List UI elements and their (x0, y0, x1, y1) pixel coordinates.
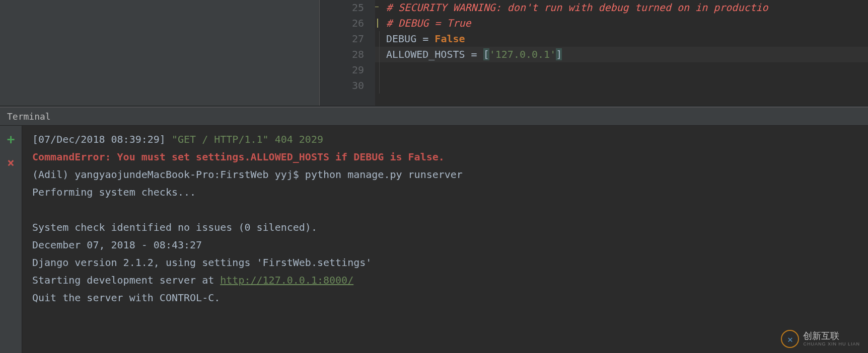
gutter-line: 25 (320, 0, 364, 16)
code-identifier: DEBUG (386, 33, 416, 45)
gutter-line: 28 (320, 47, 364, 62)
code-operator: = (416, 33, 435, 45)
terminal-request: "GET / HTTP/1.1" 404 2029 (166, 133, 323, 145)
code-line-26[interactable]: # DEBUG = True (375, 16, 868, 31)
code-bracket: [ (483, 48, 489, 60)
terminal-output[interactable]: [07/Dec/2018 08:39:29] "GET / HTTP/1.1" … (22, 126, 868, 353)
terminal-line: Performing system checks... (32, 186, 196, 198)
code-line-25[interactable]: # SECURITY WARNING: don't run with debug… (375, 0, 868, 16)
terminal-tab-label[interactable]: Terminal (7, 111, 51, 122)
indent-guide (379, 47, 380, 62)
watermark-logo-icon: ✕ (781, 330, 799, 348)
editor-left-panel (0, 0, 320, 106)
code-line-29[interactable] (375, 62, 868, 78)
plus-icon[interactable]: + (7, 132, 15, 147)
indent-guide (379, 31, 380, 47)
code-identifier: ALLOWED_HOSTS (386, 48, 465, 60)
close-icon[interactable]: × (7, 156, 14, 170)
terminal-tab-bar: Terminal (0, 108, 868, 126)
fold-marker-icon[interactable] (377, 3, 383, 12)
watermark: ✕ 创新互联 CHUANG XIN HU LIAN (781, 330, 860, 348)
terminal-line: December 07, 2018 - 08:43:27 (32, 239, 202, 251)
terminal-line: Quit the server with CONTROL-C. (32, 292, 220, 304)
terminal-error: CommandError: You must set settings.ALLO… (32, 151, 445, 163)
code-area[interactable]: # SECURITY WARNING: don't run with debug… (375, 0, 868, 106)
indent-guide (379, 62, 380, 78)
fold-guide-icon (377, 19, 383, 28)
editor-area: 25 26 27 28 29 30 # SECURITY WARNING: do… (0, 0, 868, 106)
terminal-sidebar: + × (0, 126, 22, 353)
indent-guide (379, 78, 380, 94)
gutter-line: 30 (320, 78, 364, 94)
watermark-text: 创新互联 (803, 331, 860, 341)
terminal-timestamp: [07/Dec/2018 08:39:29] (32, 133, 166, 145)
code-comment: # DEBUG = True (386, 17, 471, 29)
code-operator: = (465, 48, 483, 60)
code-string: '127.0.0.1' (489, 48, 556, 60)
editor-content[interactable]: 25 26 27 28 29 30 # SECURITY WARNING: do… (320, 0, 868, 106)
server-url-link[interactable]: http://127.0.0.1:8000/ (220, 274, 353, 286)
code-comment: # SECURITY WARNING: don't run with debug… (386, 2, 768, 14)
terminal-line: (Adil) yangyaojundeMacBook-Pro:FirstWeb … (32, 168, 463, 181)
terminal-line: System check identified no issues (0 sil… (32, 221, 317, 233)
terminal-line: Django version 2.1.2, using settings 'Fi… (32, 256, 372, 269)
line-gutter: 25 26 27 28 29 30 (320, 0, 375, 106)
code-keyword: False (435, 33, 465, 45)
code-line-30[interactable] (375, 78, 868, 94)
terminal-panel: + × [07/Dec/2018 08:39:29] "GET / HTTP/1… (0, 126, 868, 353)
gutter-line: 29 (320, 62, 364, 78)
code-line-27[interactable]: DEBUG = False (375, 31, 868, 47)
watermark-subtext: CHUANG XIN HU LIAN (803, 341, 860, 346)
code-bracket: ] (556, 48, 562, 60)
code-line-28[interactable]: ALLOWED_HOSTS = ['127.0.0.1'] (375, 47, 868, 62)
gutter-line: 26 (320, 16, 364, 31)
gutter-line: 27 (320, 31, 364, 47)
terminal-line: Starting development server at (32, 274, 220, 286)
